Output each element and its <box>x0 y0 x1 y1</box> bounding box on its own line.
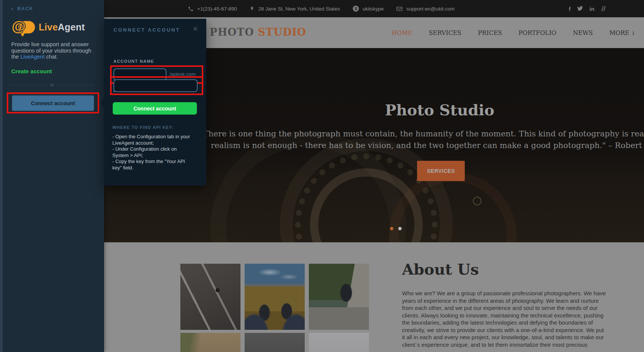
hero-quote-line2: realism is not enough - there has to be … <box>211 141 644 150</box>
help-step: - Copy the key from the "Your API key" f… <box>112 159 190 171</box>
help-step: - Open the Configuration tab in your Liv… <box>112 134 190 146</box>
popup-pointer-arrow <box>100 98 105 107</box>
liveagent-sidebar: ‹ BACK @ LiveAgent Provide live support … <box>0 0 104 352</box>
liveagent-link[interactable]: LiveAgent <box>20 54 45 60</box>
help-title: WHERE TO FIND API KEY: <box>112 125 174 130</box>
popup-connect-account-button[interactable]: Connect account <box>113 102 197 115</box>
chevron-down-icon: ↓ <box>631 30 636 36</box>
envelope-icon <box>396 6 402 11</box>
about-title: About Us <box>402 260 479 278</box>
skype-contact: S ukitskype <box>353 6 384 12</box>
help-step: - Under Configuration click on System > … <box>112 146 190 159</box>
gallery-photo-field[interactable] <box>245 264 305 330</box>
back-label: BACK <box>17 6 33 11</box>
social-links: f in 8 <box>569 0 605 17</box>
gallery-photo-portrait-warm[interactable] <box>180 333 240 352</box>
api-key-input[interactable] <box>113 79 198 92</box>
connect-account-button[interactable]: Connect account <box>12 95 94 111</box>
or-label: or <box>50 82 54 88</box>
hero-quote-line1: "There is one thing the photograph must … <box>200 129 644 138</box>
nav-services[interactable]: SERVICES <box>429 29 461 36</box>
gallery-photo-portrait-dark[interactable] <box>245 333 305 352</box>
chevron-left-icon: ‹ <box>11 6 14 11</box>
account-name-label: ACCOUNT NAME <box>113 59 154 63</box>
nav-portfolio[interactable]: PORTFOLIO <box>519 29 556 36</box>
nav-more[interactable]: MORE ↓ <box>609 29 636 36</box>
email-text: support-en@ukit.com <box>406 6 455 12</box>
hero-title: Photo Studio <box>385 101 494 119</box>
facebook-icon[interactable]: f <box>569 6 571 12</box>
skype-icon: S <box>353 6 359 12</box>
address-contact: 28 Jane St, New York, United States <box>249 6 340 12</box>
carousel-dot-active[interactable] <box>390 227 393 230</box>
email-contact: support-en@ukit.com <box>396 6 455 12</box>
sidebar-description: Provide live support and answer question… <box>11 41 93 60</box>
nav-news[interactable]: NEWS <box>573 29 593 36</box>
phone-number: +1(23)-45-67-890 <box>197 6 237 12</box>
sidebar-edge-strip <box>0 0 3 352</box>
help-instructions: - Open the Configuration tab in your Liv… <box>112 134 190 171</box>
popup-title: CONNECT ACCOUNT <box>113 27 180 33</box>
connect-account-popup: CONNECT ACCOUNT × ACCOUNT NAME .ladesk.c… <box>104 19 206 186</box>
skype-name: ukitskype <box>363 6 384 12</box>
phone-contact: +1(23)-45-67-890 <box>188 6 237 12</box>
carousel-dot[interactable] <box>398 227 402 230</box>
nav-prices[interactable]: PRICES <box>478 29 502 36</box>
address-text: 28 Jane St, New York, United States <box>258 6 340 12</box>
liveagent-logo-text: LiveAgent <box>39 22 85 33</box>
site-logo-photo: PHOTO <box>210 26 254 38</box>
google-icon[interactable]: 8 <box>601 5 605 12</box>
or-divider: or <box>11 82 94 88</box>
gallery-photo-portrait-light[interactable] <box>309 333 369 352</box>
create-account-link[interactable]: Create account <box>11 68 52 74</box>
contact-row: +1(23)-45-67-890 28 Jane St, New York, U… <box>188 0 455 17</box>
twitter-icon[interactable] <box>577 6 583 11</box>
about-body: Who we are? We are a group of passionate… <box>402 290 606 348</box>
services-button[interactable]: SERVICES <box>417 161 465 181</box>
camera-screw-decor <box>473 196 482 205</box>
site-logo: PHOTO STUDIO <box>210 26 306 38</box>
gallery-photo-road[interactable] <box>180 264 240 330</box>
phone-icon <box>188 6 194 12</box>
linkedin-icon[interactable]: in <box>590 6 594 12</box>
site-nav: HOME SERVICES PRICES PORTFOLIO NEWS MORE… <box>392 17 636 48</box>
nav-home[interactable]: HOME <box>392 29 412 36</box>
site-logo-studio: STUDIO <box>258 26 306 38</box>
at-sign-icon: @ <box>12 18 26 35</box>
back-button[interactable]: ‹ BACK <box>11 6 33 11</box>
location-pin-icon <box>249 6 254 12</box>
close-icon[interactable]: × <box>190 24 200 34</box>
gallery-photo-park[interactable] <box>309 264 369 330</box>
